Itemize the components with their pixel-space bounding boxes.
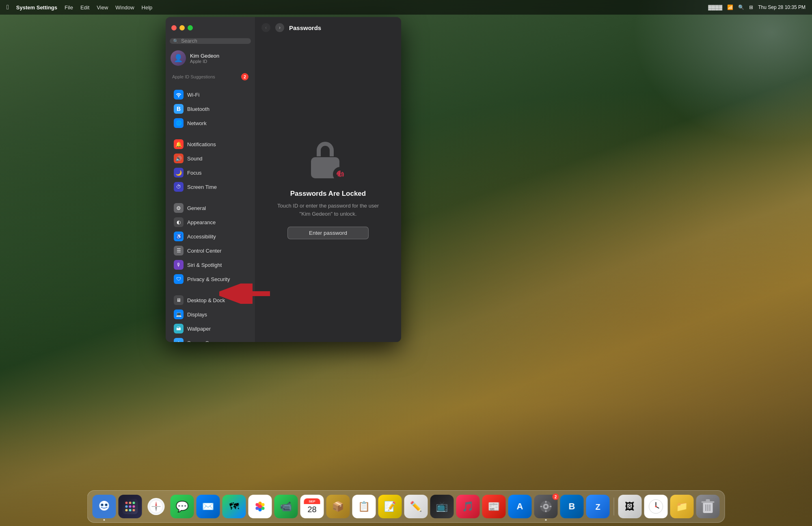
freeform-emoji: ✏️ xyxy=(410,501,422,512)
sound-icon: 🔊 xyxy=(174,154,184,163)
dock-item-bing[interactable]: B xyxy=(560,495,584,518)
menubar-edit[interactable]: Edit xyxy=(80,4,89,11)
sidebar-item-appearance-label: Appearance xyxy=(187,219,216,225)
sidebar-item-displays-label: Displays xyxy=(187,312,207,318)
sidebar-item-notifications[interactable]: 🔔 Notifications xyxy=(168,137,253,151)
sidebar-item-general[interactable]: ⚙ General xyxy=(168,201,253,215)
dock-item-trash[interactable] xyxy=(696,495,720,518)
sidebar-item-accessibility-label: Accessibility xyxy=(187,234,216,240)
dock-item-photos[interactable] xyxy=(248,495,272,518)
sidebar-item-siri[interactable]: 🎙 Siri & Spotlight xyxy=(168,258,253,272)
sidebar-item-controlcenter[interactable]: ☰ Control Center xyxy=(168,244,253,258)
messages-emoji: 💬 xyxy=(176,500,189,513)
dock-item-facetime[interactable]: 📹 xyxy=(274,495,298,518)
fingerprint-icon xyxy=(335,169,346,180)
search-menubar-icon[interactable]: 🔍 xyxy=(738,4,744,10)
dock-item-keka[interactable]: 📦 xyxy=(326,495,350,518)
svg-point-29 xyxy=(261,503,265,507)
dock-item-archiver[interactable]: 📁 xyxy=(670,495,694,518)
datetime-display: Thu Sep 28 10:35 PM xyxy=(758,4,806,10)
main-title: Passwords xyxy=(289,24,321,31)
back-button[interactable]: ‹ xyxy=(261,23,270,32)
dock-item-appstore[interactable]: A xyxy=(508,495,532,518)
forward-button[interactable]: › xyxy=(275,23,284,32)
dock-item-systemsettings[interactable]: 2 xyxy=(534,495,558,518)
sidebar-item-network[interactable]: 🌐 Network xyxy=(168,116,253,130)
dock-badge-settings: 2 xyxy=(553,494,559,500)
menubar-help[interactable]: Help xyxy=(142,4,153,11)
news-emoji: 📰 xyxy=(488,501,500,512)
menubar-app-name[interactable]: System Settings xyxy=(16,4,57,11)
fullscreen-button[interactable] xyxy=(188,25,193,30)
search-placeholder: Search xyxy=(181,38,197,44)
dock-item-calendar[interactable]: SEP 28 xyxy=(300,495,324,518)
sidebar-item-wallpaper[interactable]: 🏔 Wallpaper xyxy=(168,322,253,336)
user-avatar: 👤 xyxy=(171,50,186,66)
user-profile-section[interactable]: 👤 Kim Gedeon Apple ID xyxy=(166,48,255,71)
photos-icon xyxy=(253,499,268,514)
svg-point-12 xyxy=(133,502,135,504)
sidebar-item-appearance[interactable]: ◐ Appearance xyxy=(168,215,253,229)
locked-description: Touch ID or enter the password for the u… xyxy=(277,202,379,218)
svg-point-31 xyxy=(259,508,262,511)
dock-item-messages[interactable]: 💬 xyxy=(171,495,194,518)
dock-item-freeform[interactable]: ✏️ xyxy=(404,495,428,518)
sidebar-item-sound[interactable]: 🔊 Sound xyxy=(168,152,253,165)
menubar-view[interactable]: View xyxy=(97,4,108,11)
menubar-right: ▓▓▓▓ 📶 🔍 ⊞ Thu Sep 28 10:35 PM xyxy=(708,4,806,10)
dock-item-news[interactable]: 📰 xyxy=(482,495,506,518)
displays-icon: 💻 xyxy=(174,310,184,319)
svg-text:A: A xyxy=(517,501,523,511)
notes-emoji: 📝 xyxy=(384,501,396,512)
sidebar-item-focus[interactable]: 🌙 Focus xyxy=(168,166,253,180)
launchpad-icon xyxy=(123,499,138,514)
archiver-emoji: 📁 xyxy=(676,501,688,512)
dock-item-launchpad[interactable] xyxy=(119,495,142,518)
sidebar-item-displays[interactable]: 💻 Displays xyxy=(168,307,253,321)
dock-item-mail[interactable]: ✉️ xyxy=(197,495,220,518)
dock-item-finder[interactable] xyxy=(93,495,116,518)
controlcenter-icon: ☰ xyxy=(174,246,184,255)
dock-item-safari[interactable] xyxy=(145,495,168,518)
fingerprint-badge xyxy=(333,167,348,182)
maps-emoji: 🗺 xyxy=(229,501,239,512)
sidebar-item-wifi[interactable]: Wi-Fi xyxy=(168,88,253,102)
screensaver-icon: ✦ xyxy=(174,338,184,342)
dock-item-clock[interactable] xyxy=(644,495,668,518)
dock-item-preview[interactable]: 🖼 xyxy=(618,495,642,518)
sidebar-item-screensaver[interactable]: ✦ Screen Saver xyxy=(168,336,253,342)
keka-emoji: 📦 xyxy=(332,501,344,512)
svg-point-7 xyxy=(102,504,103,506)
enter-password-button[interactable]: Enter password xyxy=(287,227,369,239)
apple-menu-icon[interactable]:  xyxy=(6,4,9,11)
close-button[interactable] xyxy=(171,25,177,30)
dock-item-reminders[interactable]: 📋 xyxy=(352,495,376,518)
dock-item-notes[interactable]: 📝 xyxy=(378,495,402,518)
zoom-icon: Z xyxy=(591,499,605,514)
dock-item-zoom[interactable]: Z xyxy=(586,495,610,518)
lock-shackle xyxy=(317,142,334,156)
svg-point-48 xyxy=(655,506,657,507)
red-arrow-annotation xyxy=(219,284,272,304)
menubar-file[interactable]: File xyxy=(65,4,73,11)
dock-item-appletv[interactable]: 📺 xyxy=(430,495,454,518)
minimize-button[interactable] xyxy=(179,25,185,30)
svg-point-14 xyxy=(129,505,132,508)
network-icon: 🌐 xyxy=(174,118,184,128)
svg-text:Z: Z xyxy=(595,502,600,511)
sidebar-item-accessibility[interactable]: ♿ Accessibility xyxy=(168,229,253,243)
dock-item-maps[interactable]: 🗺 xyxy=(222,495,246,518)
settings-icon xyxy=(539,500,553,513)
sidebar-item-screensaver-label: Screen Saver xyxy=(187,340,219,342)
search-bar[interactable]: 🔍 Search xyxy=(170,38,251,44)
dock-item-music[interactable]: 🎵 xyxy=(456,495,480,518)
svg-text:B: B xyxy=(569,501,575,511)
menubar-window[interactable]: Window xyxy=(115,4,134,11)
music-emoji: 🎵 xyxy=(462,501,474,512)
appletv-emoji: 📺 xyxy=(436,501,448,512)
calendar-icon: SEP 28 xyxy=(304,498,320,515)
sidebar-item-bluetooth[interactable]: B Bluetooth xyxy=(168,102,253,116)
sidebar-item-siri-label: Siri & Spotlight xyxy=(187,262,222,268)
sidebar-item-screentime[interactable]: ⏱ Screen Time xyxy=(168,180,253,194)
control-center-icon[interactable]: ⊞ xyxy=(749,4,753,10)
